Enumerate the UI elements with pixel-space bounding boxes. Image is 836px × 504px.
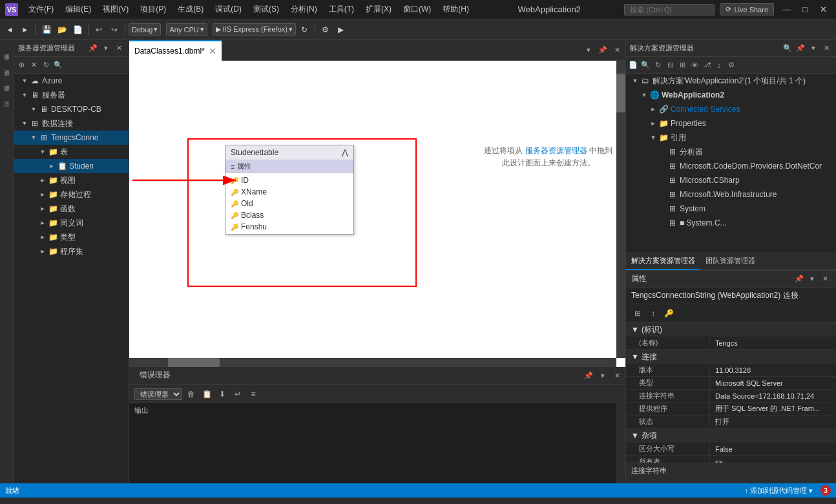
prop-sort-btn[interactable]: ↕	[647, 307, 660, 320]
connect-icon[interactable]: ⊕	[16, 59, 27, 71]
undo-button[interactable]: ↩	[92, 23, 106, 37]
toolbar-extra-1[interactable]: ⚙	[319, 23, 333, 37]
run-dropdown[interactable]: ▶ IIS Express (Firefox) ▾	[213, 23, 296, 36]
disconnect-icon[interactable]: ✕	[28, 59, 39, 71]
entity-box[interactable]: Studenettable ⋀ ≡ 属性 🔑ID🔑XName🔑Old🔑Bclas…	[225, 145, 354, 235]
bottom-word-wrap-btn[interactable]: ↵	[231, 388, 244, 401]
forward-button[interactable]: ►	[18, 23, 32, 37]
cpu-dropdown[interactable]: Any CPU ▾	[166, 23, 207, 36]
left-tree-item[interactable]: ►📁视图	[14, 173, 129, 187]
left-tree-item[interactable]: ►📁存储过程	[14, 187, 129, 202]
panel-pin-icon[interactable]: 📌	[87, 43, 99, 54]
vert-tool-2[interactable]: 资源	[0, 58, 14, 72]
menu-item-f[interactable]: 文件(F)	[23, 1, 59, 17]
minimize-button[interactable]: —	[779, 3, 795, 16]
panel-dropdown-icon[interactable]: ▾	[100, 43, 112, 54]
sol-tree-item[interactable]: ►🔗Connected Services	[626, 102, 836, 116]
error-count-badge[interactable]: 3	[820, 485, 831, 496]
sol-expand-icon[interactable]: ▼	[648, 132, 658, 143]
tab-pin-button[interactable]: 📌	[597, 45, 609, 56]
refresh-icon[interactable]: ↻	[40, 59, 52, 71]
bottom-clear-btn[interactable]: 🗑	[185, 388, 198, 401]
prop-drop-icon[interactable]: ▾	[806, 273, 818, 285]
left-tree-item[interactable]: ►📁程序集	[14, 244, 129, 258]
filter-icon[interactable]: 🔍	[52, 59, 64, 71]
tree-expand-icon[interactable]: ►	[37, 189, 48, 200]
sol-expand-icon[interactable]: ►	[648, 118, 658, 129]
debug-mode-dropdown[interactable]: Debug ▾	[129, 23, 161, 36]
vert-tool-1[interactable]: 服务	[0, 43, 14, 57]
vert-tool-3[interactable]: 管理	[0, 74, 14, 88]
prop-section-connection[interactable]: ▼连接	[626, 350, 836, 364]
sol-filter-icon[interactable]: 🔍	[640, 59, 651, 71]
tab-dataclasses[interactable]: DataClasses1.dbml* ✕	[129, 40, 222, 61]
back-button[interactable]: ◄	[3, 23, 17, 37]
prop-close-icon[interactable]: ✕	[819, 273, 831, 285]
sol-expand-icon[interactable]: ▼	[630, 76, 640, 86]
sol-props-icon[interactable]: ⊞	[676, 59, 688, 71]
sol-explorer-tab[interactable]: 解决方案资源管理器	[626, 253, 700, 270]
output-dropdown[interactable]: 错误理器	[134, 388, 182, 400]
sol-tree-item[interactable]: ▼📁引用	[626, 131, 836, 145]
team-explorer-tab[interactable]: 团队资源管理器	[700, 253, 760, 270]
sol-git-icon[interactable]: ⎇	[701, 59, 713, 71]
sol-collapse-icon[interactable]: ⊟	[664, 59, 676, 71]
sol-tree-item[interactable]: ⊞Microsoft.CSharp	[626, 173, 836, 187]
bottom-pin-icon[interactable]: 📌	[583, 370, 594, 382]
error-list-tab[interactable]: 错误理器	[132, 367, 178, 384]
menu-item-v[interactable]: 视图(V)	[98, 1, 134, 17]
bottom-close-icon[interactable]: ✕	[611, 370, 623, 382]
sol-expand-icon[interactable]: ►	[648, 104, 658, 114]
toolbar-extra-2[interactable]: ▶	[334, 23, 348, 37]
sol-pin-icon[interactable]: 📌	[795, 43, 806, 54]
sol-tree-item[interactable]: ▼🌐WebApplication2	[626, 88, 836, 102]
tree-expand-icon[interactable]: ►	[37, 246, 48, 257]
source-control-text[interactable]: ↑ 添加到源代码管理 ▾	[744, 486, 813, 496]
h-scrollbar[interactable]	[129, 358, 616, 367]
menu-item-h[interactable]: 帮助(H)	[437, 1, 474, 17]
left-tree-item[interactable]: ▼📁表	[14, 145, 129, 159]
search-input[interactable]	[624, 4, 715, 16]
menu-item-d[interactable]: 调试(D)	[210, 1, 247, 17]
prop-section-misc[interactable]: ▼杂项	[626, 428, 836, 443]
bottom-copy-btn[interactable]: 📋	[200, 388, 213, 401]
prop-section-identity[interactable]: ▼(标识)	[626, 322, 836, 337]
redo-button[interactable]: ↪	[107, 23, 121, 37]
sol-new-icon[interactable]: 📄	[627, 59, 639, 71]
menu-item-p[interactable]: 项目(P)	[135, 1, 171, 17]
tree-expand-icon[interactable]: ▼	[19, 90, 30, 100]
left-tree-item[interactable]: ►📁类型	[14, 230, 129, 244]
sol-tree-item[interactable]: ⊞分析器	[626, 145, 836, 159]
left-tree-item[interactable]: ▼☁Azure	[14, 74, 129, 88]
sol-close-icon[interactable]: ✕	[820, 43, 832, 54]
prop-key-btn[interactable]: 🔑	[662, 307, 675, 320]
liveshare-button[interactable]: ⟳ Live Share	[720, 3, 774, 16]
tree-expand-icon[interactable]: ▼	[37, 147, 48, 157]
menu-item-t[interactable]: 工具(T)	[324, 1, 359, 17]
sol-tree-item[interactable]: ►📁Properties	[626, 116, 836, 131]
menu-item-x[interactable]: 扩展(X)	[361, 1, 397, 17]
save-button[interactable]: 💾	[39, 23, 54, 37]
left-tree-item[interactable]: ▼⊞TengcsConne	[14, 131, 129, 145]
sol-tree-item[interactable]: ⊞■ System.C...	[626, 216, 836, 230]
menu-item-b[interactable]: 生成(B)	[172, 1, 209, 17]
menu-item-e[interactable]: 编辑(E)	[60, 1, 96, 17]
tab-dropdown-button[interactable]: ▾	[583, 45, 594, 56]
bottom-drop-icon[interactable]: ▾	[597, 370, 609, 382]
v-scrollbar[interactable]	[616, 61, 625, 358]
menu-item-w[interactable]: 窗口(W)	[398, 1, 436, 17]
refresh-button[interactable]: ↻	[297, 23, 311, 37]
new-button[interactable]: 📄	[70, 23, 85, 37]
tree-expand-icon[interactable]: ►	[47, 161, 57, 171]
left-tree-item[interactable]: ►📋Studen	[14, 159, 129, 173]
sol-view-icon[interactable]: 👁	[689, 59, 700, 71]
menu-item-s[interactable]: 测试(S)	[248, 1, 284, 17]
left-tree-item[interactable]: ▼🖥服务器	[14, 88, 129, 102]
bottom-extra-btn[interactable]: ≡	[247, 388, 260, 401]
sol-tree-item[interactable]: ⊞System	[626, 202, 836, 216]
tab-close-button[interactable]: ✕	[209, 47, 216, 56]
panel-close-icon[interactable]: ✕	[113, 43, 125, 54]
vert-tool-4[interactable]: 器	[0, 89, 14, 103]
tab-close-all-button[interactable]: ✕	[611, 45, 623, 56]
tree-expand-icon[interactable]: ►	[37, 232, 48, 242]
